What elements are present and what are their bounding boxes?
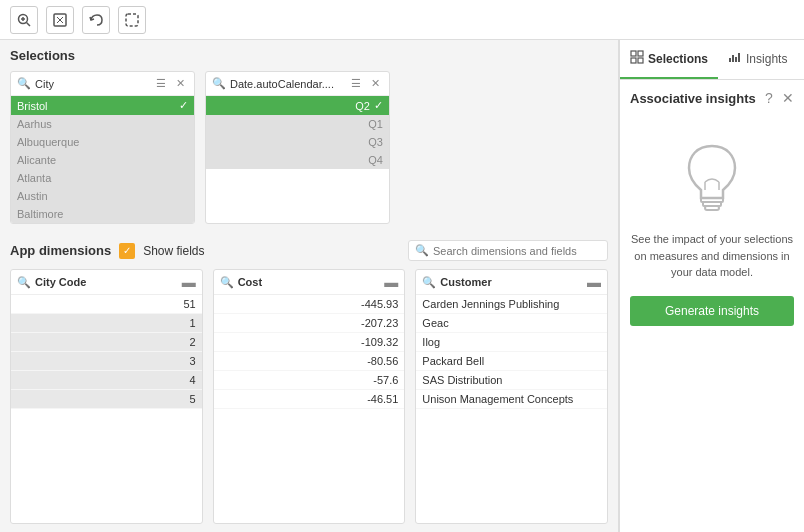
list-item[interactable]: Carden Jennings Publishing	[416, 295, 607, 314]
list-item[interactable]: Q3	[206, 133, 389, 151]
list-item[interactable]: Geac	[416, 314, 607, 333]
date-item-label: Q3	[368, 136, 383, 148]
list-item[interactable]: -445.93	[214, 295, 405, 314]
left-panel: Selections 🔍 City ☰ ✕ Bristol ✓	[0, 40, 619, 532]
zoom-fit-button[interactable]	[46, 6, 74, 34]
city-item-label: Aarhus	[17, 118, 52, 130]
right-panel-tabs: Selections Insights	[620, 40, 804, 80]
list-item[interactable]: 51	[11, 295, 202, 314]
list-item[interactable]: Aarhus	[11, 115, 194, 133]
show-fields-checkbox[interactable]: ✓	[119, 243, 135, 259]
customer-header: 🔍 Customer ▬	[416, 270, 607, 295]
list-item[interactable]: Austin	[11, 187, 194, 205]
main-layout: Selections 🔍 City ☰ ✕ Bristol ✓	[0, 40, 804, 532]
list-item[interactable]: Q2 ✓	[206, 96, 389, 115]
list-item[interactable]: Bristol ✓	[11, 96, 194, 115]
list-item[interactable]: 5	[11, 390, 202, 409]
search-dimensions-icon: 🔍	[415, 244, 429, 257]
cost-list: -445.93 -207.23 -109.32 -80.56 -57.6 -46…	[214, 295, 405, 523]
list-item[interactable]: SAS Distribution	[416, 371, 607, 390]
customer-menu-icon[interactable]: ▬	[587, 274, 601, 290]
list-item[interactable]: -207.23	[214, 314, 405, 333]
selections-tab-icon	[630, 50, 644, 67]
city-item-label: Alicante	[17, 154, 56, 166]
city-code-header: 🔍 City Code ▬	[11, 270, 202, 295]
zoom-in-button[interactable]	[10, 6, 38, 34]
list-item[interactable]: 4	[11, 371, 202, 390]
city-card-title: City	[35, 78, 149, 90]
list-item[interactable]: Baltimore	[11, 205, 194, 223]
city-item-label: Baltimore	[17, 208, 63, 220]
cost-menu-icon[interactable]: ▬	[384, 274, 398, 290]
list-item[interactable]: Albuquerque	[11, 133, 194, 151]
checkmark-icon: ✓	[179, 99, 188, 112]
insights-tab-label: Insights	[746, 52, 787, 66]
undo-button[interactable]	[82, 6, 110, 34]
date-item-label: Q1	[368, 118, 383, 130]
tab-selections[interactable]: Selections	[620, 40, 718, 79]
app-dimensions-header: App dimensions ✓ Show fields 🔍	[10, 240, 608, 261]
cost-title: Cost	[238, 276, 381, 288]
lasso-button[interactable]	[118, 6, 146, 34]
svg-line-1	[27, 22, 31, 26]
list-item[interactable]: 2	[11, 333, 202, 352]
help-icon[interactable]: ?	[765, 90, 773, 106]
date-item-label: Q4	[368, 154, 383, 166]
city-code-card: 🔍 City Code ▬ 51 1 2 3 4 5	[10, 269, 203, 524]
svg-rect-9	[638, 51, 643, 56]
list-item[interactable]: Q4	[206, 151, 389, 169]
close-icon[interactable]: ✕	[782, 90, 794, 106]
dimension-cards: 🔍 City Code ▬ 51 1 2 3 4 5	[10, 269, 608, 524]
svg-rect-8	[631, 51, 636, 56]
selections-section: Selections 🔍 City ☰ ✕ Bristol ✓	[0, 40, 618, 232]
cost-header: 🔍 Cost ▬	[214, 270, 405, 295]
cost-search-icon: 🔍	[220, 276, 234, 289]
city-code-menu-icon[interactable]: ▬	[182, 274, 196, 290]
list-item[interactable]: Packard Bell	[416, 352, 607, 371]
selections-cards: 🔍 City ☰ ✕ Bristol ✓ Aarhus	[10, 71, 608, 224]
city-selection-card: 🔍 City ☰ ✕ Bristol ✓ Aarhus	[10, 71, 195, 224]
insights-header: Associative insights ? ✕	[630, 90, 794, 106]
tab-insights[interactable]: Insights	[718, 40, 797, 79]
city-close-icon[interactable]: ✕	[173, 76, 188, 91]
checkmark-icon: ✓	[374, 99, 383, 112]
app-dimensions-section: App dimensions ✓ Show fields 🔍 🔍 City Co…	[0, 232, 618, 532]
city-list: Bristol ✓ Aarhus Albuquerque Alicante	[11, 96, 194, 223]
list-item[interactable]: -57.6	[214, 371, 405, 390]
list-item[interactable]: 3	[11, 352, 202, 371]
right-panel: Selections Insights Associative insights…	[619, 40, 804, 532]
list-item[interactable]: Alicante	[11, 151, 194, 169]
list-item[interactable]: -80.56	[214, 352, 405, 371]
city-search-icon: 🔍	[17, 77, 31, 90]
date-close-icon[interactable]: ✕	[368, 76, 383, 91]
list-item[interactable]: Q1	[206, 115, 389, 133]
insights-content: Associative insights ? ✕	[620, 80, 804, 532]
list-item[interactable]: 1	[11, 314, 202, 333]
list-item[interactable]: -46.51	[214, 390, 405, 409]
generate-insights-button[interactable]: Generate insights	[630, 296, 794, 326]
lightbulb-container	[677, 136, 747, 216]
date-list-icon[interactable]: ☰	[348, 76, 364, 91]
cost-card: 🔍 Cost ▬ -445.93 -207.23 -109.32 -80.56 …	[213, 269, 406, 524]
customer-card: 🔍 Customer ▬ Carden Jennings Publishing …	[415, 269, 608, 524]
customer-search-icon: 🔍	[422, 276, 436, 289]
city-item-label: Albuquerque	[17, 136, 79, 148]
customer-list: Carden Jennings Publishing Geac Ilog Pac…	[416, 295, 607, 523]
svg-rect-11	[638, 58, 643, 63]
city-code-title: City Code	[35, 276, 178, 288]
list-item[interactable]: Ilog	[416, 333, 607, 352]
city-code-search-icon: 🔍	[17, 276, 31, 289]
list-item[interactable]: Unison Management Concepts	[416, 390, 607, 409]
date-search-icon: 🔍	[212, 77, 226, 90]
date-card-header: 🔍 Date.autoCalendar.... ☰ ✕	[206, 72, 389, 96]
show-fields-label: Show fields	[143, 244, 204, 258]
search-dimensions-container: 🔍	[408, 240, 608, 261]
svg-rect-7	[126, 14, 138, 26]
list-item[interactable]: -109.32	[214, 333, 405, 352]
search-dimensions-input[interactable]	[433, 245, 601, 257]
list-item[interactable]: Atlanta	[11, 169, 194, 187]
date-selection-card: 🔍 Date.autoCalendar.... ☰ ✕ Q2 ✓ Q1	[205, 71, 390, 224]
selections-tab-label: Selections	[648, 52, 708, 66]
city-list-icon[interactable]: ☰	[153, 76, 169, 91]
insights-tab-icon	[728, 50, 742, 67]
